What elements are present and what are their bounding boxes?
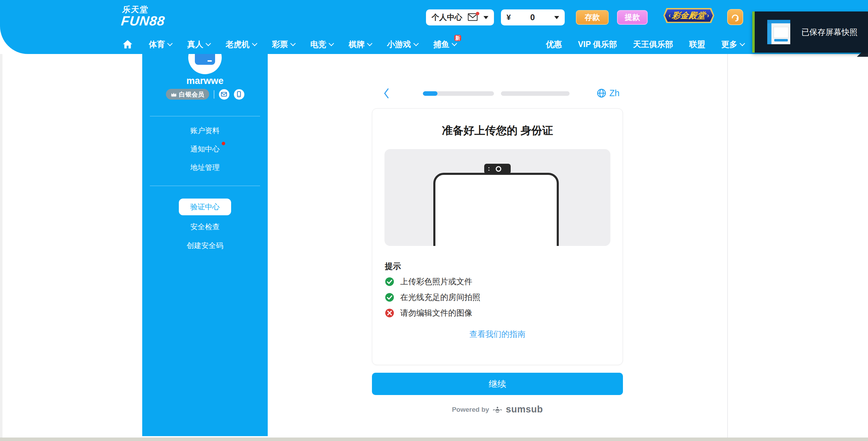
progress-step-1: [423, 91, 494, 96]
nav-item-king-club[interactable]: 天王俱乐部: [633, 39, 673, 50]
fun88-logo[interactable]: 乐天堂 FUN88: [121, 6, 167, 28]
nav-item-affiliate[interactable]: 联盟: [689, 39, 705, 50]
tip-item: 请勿编辑文件的图像: [385, 308, 472, 318]
top-header: 乐天堂 FUN88 个人中心 ¥ 0 存款 提款 ‹ 彩金殿堂 ›: [0, 0, 868, 54]
card-title: 准备好上传您的 身份证: [372, 123, 623, 138]
username: marwwe: [142, 76, 268, 86]
progress-fill: [423, 91, 437, 96]
toast-accent-stripe: [752, 11, 755, 53]
account-center-label: 个人中心: [432, 12, 462, 23]
continue-button[interactable]: 继续: [372, 373, 623, 395]
main-nav: 体育 真人 老虎机 彩票 电竞 棋牌 小游戏 捕鱼新: [122, 36, 456, 52]
chevron-down-icon: [367, 40, 373, 46]
balance-dropdown[interactable]: ¥ 0: [501, 9, 565, 25]
jackpot-hall-badge[interactable]: ‹ 彩金殿堂 ›: [663, 8, 714, 23]
content-divider: [727, 54, 728, 438]
phone-illustration: [384, 149, 610, 246]
language-code: Zh: [609, 88, 619, 98]
tips-title: 提示: [385, 261, 401, 272]
smartphone-icon: [237, 91, 241, 97]
nav-item-promotions[interactable]: 优惠: [546, 39, 562, 50]
nav-item-more[interactable]: 更多: [721, 39, 744, 50]
divider: [214, 90, 214, 99]
globe-icon: [597, 88, 606, 98]
new-badge: 新: [454, 35, 461, 41]
nav-item-fishing[interactable]: 捕鱼新: [433, 39, 456, 50]
currency-symbol: ¥: [507, 13, 511, 22]
home-icon[interactable]: [122, 39, 134, 50]
sidebar-item-address[interactable]: 地址管理: [142, 163, 268, 172]
mail-notification-dot: [476, 12, 479, 15]
logo-fun88: FUN88: [121, 14, 166, 28]
check-circle-icon: [385, 277, 394, 286]
check-circle-icon: [385, 293, 394, 302]
chevron-down-icon: [252, 40, 258, 46]
nav-item-esports[interactable]: 电竞: [310, 39, 333, 50]
left-chevron-icon: ‹: [669, 12, 671, 19]
account-center-dropdown[interactable]: 个人中心: [426, 9, 494, 25]
nav-item-slots[interactable]: 老虎机: [226, 39, 257, 50]
guide-link[interactable]: 查看我们的指南: [372, 329, 623, 340]
member-badge-row: 白银会员: [142, 89, 268, 100]
sidebar-item-security-check[interactable]: 安全检查: [142, 222, 268, 232]
nav-item-minigames[interactable]: 小游戏: [387, 39, 418, 50]
tip-item: 在光线充足的房间拍照: [385, 292, 480, 303]
headset-icon: [730, 12, 740, 22]
chevron-down-icon: [413, 40, 419, 46]
popup-camera: [484, 164, 511, 174]
language-selector[interactable]: Zh: [597, 88, 619, 98]
sidebar-item-notifications[interactable]: 通知中心: [142, 144, 268, 154]
nav-item-lottery[interactable]: 彩票: [272, 39, 295, 50]
mail-icon: [468, 13, 478, 22]
deposit-button[interactable]: 存款: [576, 10, 609, 25]
mobile-button[interactable]: [234, 89, 244, 100]
chevron-down-icon: [740, 40, 745, 46]
secondary-nav: 优惠 VIP 俱乐部 天王俱乐部 联盟 更多: [546, 36, 744, 52]
crown-icon: [171, 92, 177, 97]
chevron-down-icon: [167, 40, 173, 46]
account-sidebar: marwwe 白银会员 账户资料 通知中心 地址管理 验证中心 安全检查 创建安…: [142, 54, 268, 436]
sumsub-logo-icon: [492, 406, 503, 413]
cross-circle-icon: [385, 308, 394, 318]
sumsub-wordmark: sumsub: [506, 404, 543, 415]
phone-outline: [433, 173, 559, 246]
jackpot-hall-label: 彩金殿堂: [671, 10, 706, 21]
chevron-down-icon: [484, 16, 488, 19]
powered-by-label: Powered by: [452, 406, 489, 413]
customer-service-button[interactable]: [727, 9, 743, 25]
nav-item-boardgames[interactable]: 棋牌: [349, 39, 372, 50]
notification-dot: [222, 142, 225, 145]
nav-item-live[interactable]: 真人: [187, 39, 210, 50]
screenshot-saved-toast[interactable]: 已保存屏幕快照: [752, 11, 868, 53]
sidebar-item-account-info[interactable]: 账户资料: [142, 126, 268, 136]
toast-message: 已保存屏幕快照: [801, 27, 858, 38]
envelope-icon: [221, 92, 227, 96]
tip-item: 上传彩色照片或文件: [385, 276, 472, 287]
screenshot-thumbnail: [767, 20, 790, 44]
camera-lens-icon: [496, 166, 501, 172]
chevron-down-icon: [290, 40, 296, 46]
sidebar-item-verification-center[interactable]: 验证中心: [179, 199, 231, 215]
chevron-down-icon: [554, 16, 559, 19]
divider: [150, 116, 260, 116]
right-chevron-icon: ›: [707, 12, 709, 19]
withdraw-button[interactable]: 提款: [617, 10, 648, 25]
chevron-down-icon: [452, 40, 457, 46]
chevron-down-icon: [206, 40, 211, 46]
upload-id-card: 准备好上传您的 身份证 提示 上传彩色照片或文件 在光线充足的房间拍照 请勿编辑…: [372, 108, 623, 365]
nav-item-vip-club[interactable]: VIP 俱乐部: [578, 39, 617, 50]
back-button[interactable]: [381, 88, 392, 99]
chevron-left-icon: [382, 88, 391, 99]
page: 乐天堂 FUN88 个人中心 ¥ 0 存款 提款 ‹ 彩金殿堂 ›: [0, 0, 868, 441]
chevron-down-icon: [329, 40, 334, 46]
progress-step-2: [501, 91, 570, 96]
silver-member-badge[interactable]: 白银会员: [166, 89, 209, 100]
logo-chinese: 乐天堂: [122, 6, 167, 14]
powered-by: Powered by sumsub: [372, 404, 623, 415]
sidebar-item-create-security-code[interactable]: 创建安全码: [142, 241, 268, 250]
window-bottom-edge: [0, 438, 868, 441]
nav-item-sports[interactable]: 体育: [149, 39, 172, 50]
message-button[interactable]: [219, 89, 229, 100]
divider: [150, 186, 260, 186]
page-left-edge: [0, 54, 2, 438]
